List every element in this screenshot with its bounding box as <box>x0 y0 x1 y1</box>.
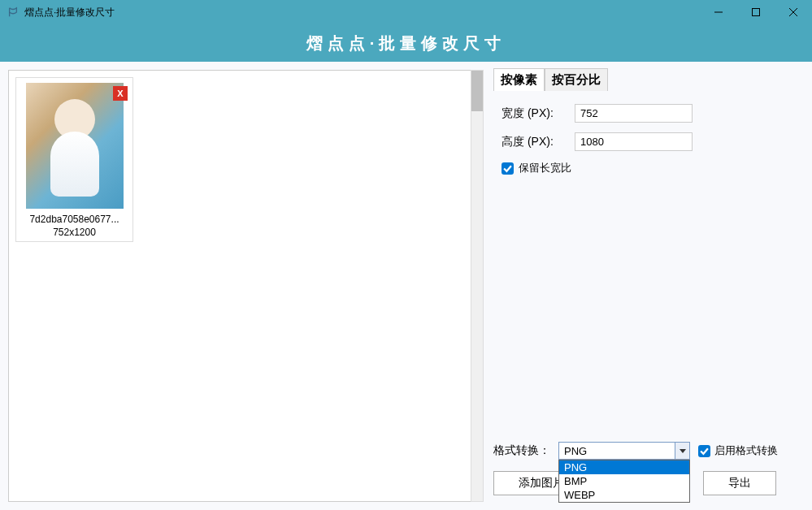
window-controls <box>700 0 812 24</box>
header-title: 熠点点·批量修改尺寸 <box>306 32 506 54</box>
titlebar-left: 熠点点·批量修改尺寸 <box>7 6 115 19</box>
image-filename: 7d2dba7058e0677... <box>16 212 132 227</box>
format-combobox[interactable]: PNG BMP WEBP <box>558 442 690 460</box>
tabs: 按像素 按百分比 <box>493 68 802 91</box>
svg-rect-1 <box>753 9 760 16</box>
tab-content: 宽度 (PX): 高度 (PX): 保留长宽比 <box>493 91 802 188</box>
right-panel: 按像素 按百分比 宽度 (PX): 高度 (PX): 保留长宽比 格式转换： <box>484 62 812 510</box>
height-input[interactable] <box>575 132 693 151</box>
minimize-button[interactable] <box>700 0 737 24</box>
enable-format-label: 启用格式转换 <box>714 443 778 458</box>
format-input[interactable] <box>558 442 690 460</box>
window-title: 熠点点·批量修改尺寸 <box>24 6 115 19</box>
export-button[interactable]: 导出 <box>703 471 776 495</box>
keep-ratio-row: 保留长宽比 <box>502 161 794 175</box>
tab-by-percent[interactable]: 按百分比 <box>545 68 608 91</box>
width-label: 宽度 (PX): <box>502 106 567 121</box>
image-list: X 7d2dba7058e0677... 752x1200 <box>8 70 475 502</box>
app-icon <box>7 6 20 19</box>
format-row: 格式转换： PNG BMP WEBP 启用格式转 <box>493 442 802 460</box>
format-label: 格式转换： <box>493 443 550 458</box>
main-content: X 7d2dba7058e0677... 752x1200 按像素 按百分比 宽… <box>0 62 812 510</box>
width-input[interactable] <box>575 104 693 123</box>
chevron-down-icon[interactable] <box>675 443 689 459</box>
scrollbar[interactable] <box>471 70 484 502</box>
image-item[interactable]: X 7d2dba7058e0677... 752x1200 <box>15 77 133 242</box>
dropdown-option-webp[interactable]: WEBP <box>559 488 689 502</box>
format-dropdown: PNG BMP WEBP <box>558 460 690 503</box>
remove-image-button[interactable]: X <box>113 86 128 101</box>
width-row: 宽度 (PX): <box>502 104 794 123</box>
keep-ratio-label: 保留长宽比 <box>519 161 571 175</box>
bottom-section: 格式转换： PNG BMP WEBP 启用格式转 <box>493 442 802 504</box>
titlebar: 熠点点·批量修改尺寸 <box>0 0 812 24</box>
keep-ratio-checkbox[interactable] <box>502 162 514 175</box>
height-label: 高度 (PX): <box>502 135 567 149</box>
scrollbar-thumb[interactable] <box>471 71 483 111</box>
enable-format-checkbox[interactable] <box>698 445 710 457</box>
dropdown-option-bmp[interactable]: BMP <box>559 474 689 488</box>
tab-by-pixel[interactable]: 按像素 <box>493 68 545 91</box>
image-thumbnail <box>26 83 124 209</box>
height-row: 高度 (PX): <box>502 132 794 151</box>
dropdown-option-png[interactable]: PNG <box>559 460 689 474</box>
app-header: 熠点点·批量修改尺寸 <box>0 24 812 62</box>
left-panel: X 7d2dba7058e0677... 752x1200 <box>0 62 484 510</box>
enable-format-row: 启用格式转换 <box>698 443 778 458</box>
maximize-button[interactable] <box>737 0 775 24</box>
close-button[interactable] <box>775 0 812 24</box>
image-dimensions: 752x1200 <box>16 227 132 241</box>
